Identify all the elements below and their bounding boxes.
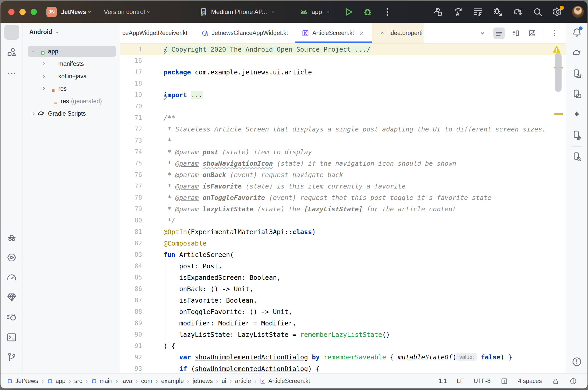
device-explorer-icon[interactable] [571,151,583,163]
tree-collapsed-chevron-icon[interactable] [30,110,37,117]
editor-scrollbar-thumb[interactable] [555,53,562,92]
more-dots-icon[interactable] [6,68,17,79]
breadcrumb-item[interactable]: ArticleScreen.kt [260,378,310,385]
line-number[interactable]: 77 [120,183,142,190]
notifications-bell-icon[interactable] [571,27,583,38]
line-number[interactable]: 78 [120,194,142,201]
line-number[interactable]: 83 [120,251,142,258]
line-number[interactable]: 80 [120,217,142,224]
gradle-sync-elephant-icon[interactable] [512,6,523,18]
breadcrumb-item[interactable]: app [47,378,65,385]
line-number[interactable]: 91 [120,342,142,350]
project-view-selector[interactable]: Android [29,29,60,36]
code-line[interactable]: 78 * @param onToggleFavorite (event) req… [120,192,566,203]
tree-collapsed-chevron-icon[interactable] [40,60,47,67]
code-line[interactable]: 84 post: Post, [120,260,566,272]
tree-expanded-chevron-icon[interactable] [30,48,37,55]
tab-list-chevron-icon[interactable] [477,27,488,39]
line-number[interactable]: 86 [120,285,142,292]
device-mirroring-icon[interactable] [571,129,583,141]
gauge-icon[interactable] [6,272,17,283]
tab-idea-properti[interactable]: idea.properti [372,23,424,43]
tree-item-res[interactable]: M3.5 7c0-.8.7-1.5 1.5-1.5h4.3l2 2.3H19c.… [23,95,120,107]
caret-position-widget[interactable]: 1:1 [439,378,447,385]
tab-jetnewsglanceappwidget-kt[interactable]: JetnewsGlanceAppWidget.kt [194,23,295,43]
breadcrumb-item[interactable]: article [235,378,251,385]
indent-widget[interactable]: 4 spaces [518,378,542,385]
line-number[interactable]: 18 [120,80,142,87]
tree-item-kotlin-java[interactable]: M3.5 7c0-.8.7-1.5 1.5-1.5h4.3l2 2.3H19c.… [23,70,120,82]
vcs-widget[interactable]: Version control [104,8,145,16]
hexagon-play-icon[interactable] [6,252,17,263]
problems-icon[interactable] [569,377,577,385]
user-avatar[interactable] [572,6,584,18]
line-number[interactable]: 74 [120,148,142,156]
project-name-menu[interactable]: JetNews [61,8,86,16]
code-line[interactable]: 79 * @param lazyListState (state) the [L… [120,203,566,215]
tab-ceappwidgetreceiver-kt[interactable]: ceAppWidgetReceiver.kt [120,23,194,43]
gem-icon[interactable] [6,292,17,303]
line-number[interactable]: 81 [120,228,142,235]
macos-zoom-button[interactable] [31,9,37,15]
code-line[interactable]: 77 * @param isFavorite (state) is this i… [120,180,566,192]
search-everywhere-icon[interactable] [532,6,543,18]
macos-close-button[interactable] [8,9,15,15]
code-line[interactable]: 80 */ [120,215,566,226]
line-number[interactable]: 90 [120,331,142,338]
editor-options-kebab-icon[interactable] [549,27,560,39]
line-number[interactable]: 89 [120,319,142,327]
code-line[interactable]: 70 [120,101,566,112]
line-number[interactable]: 92 [120,354,142,361]
sparkle-icon[interactable] [571,109,583,121]
macos-minimize-button[interactable] [19,9,26,15]
cat-icon[interactable] [6,312,17,323]
line-number[interactable]: 82 [120,240,142,247]
code-line[interactable]: 87 isFavorite: Boolean, [120,295,566,306]
line-number[interactable]: 76 [120,171,142,178]
line-number[interactable]: 19 [120,91,142,99]
run-configuration-selector[interactable]: app [299,7,331,17]
line-number[interactable]: 85 [120,274,142,281]
profiler-icon[interactable] [472,6,484,18]
tree-item-manifests[interactable]: M3.5 7c0-.8.7-1.5 1.5-1.5h4.3l2 2.3H19c.… [23,58,120,70]
code-line[interactable]: 90 lazyListState: LazyListState = rememb… [120,329,566,340]
tree-item-gradle-scripts[interactable]: Gradle Scripts [23,107,120,120]
line-number[interactable]: 79 [120,205,142,213]
project-folder-icon[interactable]: M3.5 7c0-.8.7-1.5 1.5-1.5h4.3l2 2.3H19c.… [6,26,17,38]
code-line[interactable]: 73 * [120,135,566,146]
code-line[interactable]: 17package com.example.jetnews.ui.article [120,66,566,78]
unlock-icon[interactable] [552,377,559,385]
code-line[interactable]: 88 onToggleFavorite: () -> Unit, [120,306,566,317]
code-line[interactable]: 83fun ArticleScreen( [120,249,566,260]
code-line[interactable]: 82@Composable [120,238,566,249]
breadcrumb-item[interactable]: com [141,378,152,385]
code-editor[interactable]: 1/ Copyright 2020 The Android Open Sourc… [120,44,566,373]
code-line[interactable]: 93 if (showUnimplementedActionDialog) { [120,363,566,373]
code-line[interactable]: 91) { [120,340,566,352]
build-hammer-icon[interactable] [432,6,444,18]
project-icon[interactable]: JN [46,7,57,17]
sync-project-icon[interactable] [452,6,464,18]
code-line[interactable]: 71/** [120,112,566,123]
breadcrumb-item[interactable]: JetNews [7,378,38,385]
inspection-warning-icon[interactable] [552,44,562,54]
line-number[interactable]: 17 [120,68,142,76]
code-line[interactable]: 75 * @param showNavigationIcon (state) i… [120,158,566,169]
code-line[interactable]: 72 * Stateless Article Screen that displ… [120,123,566,135]
code-line[interactable]: 86 onBack: () -> Unit, [120,283,566,295]
breadcrumb-item[interactable]: src [74,378,82,385]
line-number[interactable]: 93 [120,365,142,372]
device-manager-icon[interactable] [571,68,583,80]
more-actions-kebab-icon[interactable] [382,6,393,18]
attach-debugger-icon[interactable] [492,6,503,18]
line-number[interactable]: 75 [120,160,142,167]
close-tab-icon[interactable] [358,30,365,37]
code-line[interactable]: 1/ Copyright 2020 The Android Open Sourc… [120,44,566,55]
debug-button[interactable] [362,6,373,18]
line-number[interactable]: 72 [120,126,142,133]
line-number[interactable]: 71 [120,114,142,121]
code-line[interactable]: 19import ... [120,89,566,101]
gradle-icon[interactable] [571,47,583,59]
code-line[interactable]: 81@OptIn(ExperimentalMaterial3Api::class… [120,226,566,238]
tree-item-app[interactable]: M3.5 7c0-.8.7-1.5 1.5-1.5h4.3l2 2.3H19c.… [23,45,120,58]
